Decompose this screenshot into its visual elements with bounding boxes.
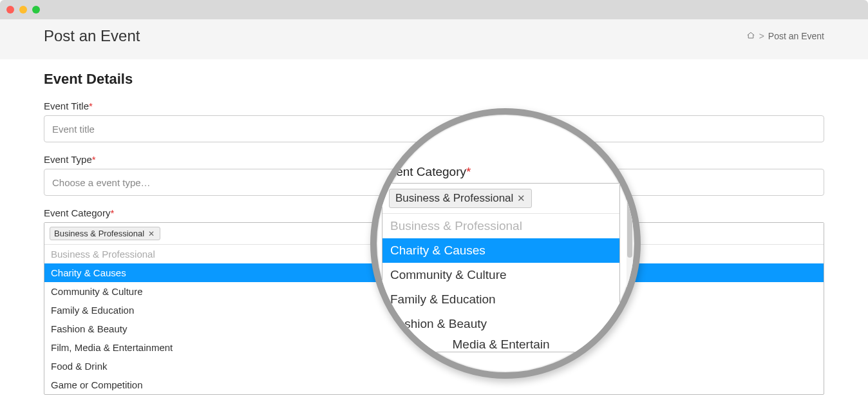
section-title: Event Details	[44, 71, 824, 88]
required-icon: *	[89, 100, 93, 111]
home-icon[interactable]	[746, 31, 755, 42]
window-maximize-icon[interactable]	[32, 6, 40, 14]
multiselect-options[interactable]: Business & ProfessionalCharity & CausesC…	[44, 245, 824, 394]
event-title-label: Event Title*	[44, 100, 824, 111]
window-minimize-icon[interactable]	[19, 6, 27, 14]
multiselect-tag-area[interactable]: Business & Professional ✕	[44, 223, 824, 245]
breadcrumb-separator-icon: >	[759, 31, 764, 41]
category-option[interactable]: Community & Culture	[44, 282, 824, 301]
tag-label: Business & Professional	[54, 229, 144, 238]
category-option: Business & Professional	[44, 245, 824, 263]
content-area: Event Details Event Title* Event Type* E…	[0, 59, 868, 395]
category-option[interactable]: Film, Media & Entertainment	[44, 338, 824, 357]
window-close-icon[interactable]	[6, 6, 14, 14]
category-option[interactable]: Family & Education	[44, 301, 824, 319]
required-icon: *	[92, 154, 96, 165]
category-option[interactable]: Food & Drink	[44, 357, 824, 376]
event-type-select[interactable]	[44, 169, 824, 196]
breadcrumb-current: Post an Event	[768, 31, 824, 41]
category-option[interactable]: Game or Competition	[44, 376, 824, 394]
remove-tag-icon[interactable]: ✕	[147, 229, 156, 238]
event-title-input[interactable]	[44, 115, 824, 142]
field-event-type: Event Type*	[44, 154, 824, 196]
event-category-label: Event Category*	[44, 207, 824, 218]
window-titlebar	[0, 0, 868, 19]
event-category-multiselect[interactable]: Business & Professional ✕ Business & Pro…	[44, 222, 824, 395]
field-event-category: Event Category* Business & Professional …	[44, 207, 824, 395]
field-event-title: Event Title*	[44, 100, 824, 142]
page-header: Post an Event > Post an Event	[0, 19, 868, 59]
category-option[interactable]: Fashion & Beauty	[44, 319, 824, 338]
category-option[interactable]: Charity & Causes	[44, 263, 824, 282]
breadcrumb: > Post an Event	[746, 31, 824, 42]
required-icon: *	[110, 207, 114, 218]
category-tag-business[interactable]: Business & Professional ✕	[50, 227, 160, 240]
page-title: Post an Event	[44, 27, 140, 45]
event-type-label: Event Type*	[44, 154, 824, 165]
